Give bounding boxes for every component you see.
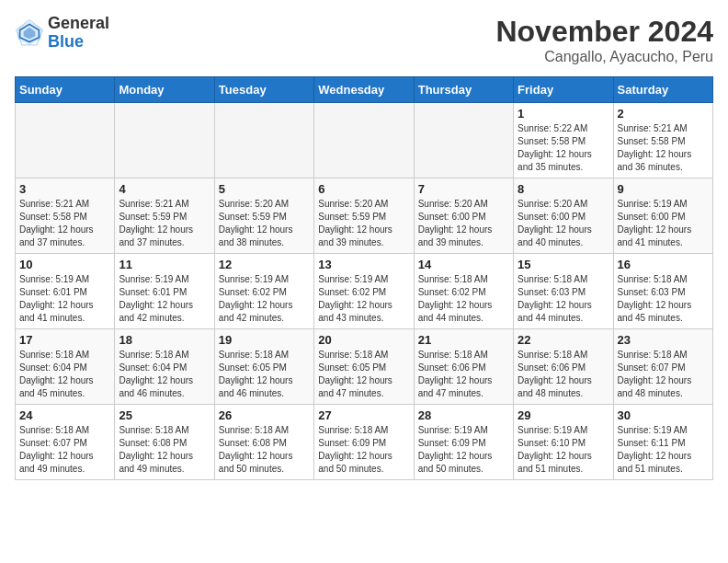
day-number: 21 [418, 333, 509, 347]
calendar-week-1: 1Sunrise: 5:22 AM Sunset: 5:58 PM Daylig… [16, 103, 713, 178]
day-info: Sunrise: 5:19 AM Sunset: 6:02 PM Dayligh… [318, 273, 409, 325]
calendar-week-4: 17Sunrise: 5:18 AM Sunset: 6:04 PM Dayli… [16, 329, 713, 405]
day-info: Sunrise: 5:18 AM Sunset: 6:08 PM Dayligh… [119, 424, 210, 476]
calendar-cell: 16Sunrise: 5:18 AM Sunset: 6:03 PM Dayli… [613, 254, 712, 329]
day-number: 23 [618, 333, 709, 347]
calendar-cell: 17Sunrise: 5:18 AM Sunset: 6:04 PM Dayli… [16, 329, 115, 405]
calendar-cell: 5Sunrise: 5:20 AM Sunset: 5:59 PM Daylig… [214, 178, 313, 254]
calendar-cell: 24Sunrise: 5:18 AM Sunset: 6:07 PM Dayli… [16, 405, 115, 480]
day-info: Sunrise: 5:18 AM Sunset: 6:04 PM Dayligh… [19, 349, 110, 400]
weekday-header-thursday: Thursday [414, 77, 513, 103]
day-number: 12 [219, 258, 310, 271]
calendar-cell: 8Sunrise: 5:20 AM Sunset: 6:00 PM Daylig… [514, 178, 613, 254]
weekday-header-monday: Monday [115, 77, 214, 103]
calendar-cell: 10Sunrise: 5:19 AM Sunset: 6:01 PM Dayli… [16, 254, 115, 329]
calendar-cell: 25Sunrise: 5:18 AM Sunset: 6:08 PM Dayli… [115, 405, 214, 480]
weekday-header-tuesday: Tuesday [214, 77, 313, 103]
day-info: Sunrise: 5:19 AM Sunset: 6:01 PM Dayligh… [19, 273, 110, 325]
calendar-cell: 27Sunrise: 5:18 AM Sunset: 6:09 PM Dayli… [314, 405, 414, 480]
day-number: 20 [318, 333, 409, 347]
day-info: Sunrise: 5:18 AM Sunset: 6:05 PM Dayligh… [318, 349, 409, 400]
title-block: November 2024 Cangallo, Ayacucho, Peru [495, 15, 713, 65]
calendar-cell: 19Sunrise: 5:18 AM Sunset: 6:05 PM Dayli… [214, 329, 313, 405]
calendar-cell: 20Sunrise: 5:18 AM Sunset: 6:05 PM Dayli… [314, 329, 414, 405]
day-info: Sunrise: 5:19 AM Sunset: 6:00 PM Dayligh… [618, 198, 709, 249]
day-info: Sunrise: 5:18 AM Sunset: 6:06 PM Dayligh… [518, 349, 609, 400]
day-info: Sunrise: 5:19 AM Sunset: 6:10 PM Dayligh… [518, 424, 609, 476]
day-info: Sunrise: 5:21 AM Sunset: 5:58 PM Dayligh… [19, 198, 110, 249]
day-number: 5 [219, 182, 310, 196]
calendar-table: SundayMondayTuesdayWednesdayThursdayFrid… [15, 76, 713, 480]
calendar-cell: 1Sunrise: 5:22 AM Sunset: 5:58 PM Daylig… [514, 103, 613, 178]
day-info: Sunrise: 5:18 AM Sunset: 6:06 PM Dayligh… [418, 349, 509, 400]
day-number: 30 [618, 408, 709, 422]
calendar-cell: 4Sunrise: 5:21 AM Sunset: 5:59 PM Daylig… [115, 178, 214, 254]
day-number: 16 [618, 258, 709, 271]
weekday-header-row: SundayMondayTuesdayWednesdayThursdayFrid… [16, 77, 713, 103]
day-info: Sunrise: 5:20 AM Sunset: 6:00 PM Dayligh… [418, 198, 509, 249]
day-number: 9 [618, 182, 709, 196]
day-info: Sunrise: 5:21 AM Sunset: 5:59 PM Dayligh… [119, 198, 210, 249]
day-info: Sunrise: 5:20 AM Sunset: 5:59 PM Dayligh… [318, 198, 409, 249]
day-info: Sunrise: 5:20 AM Sunset: 6:00 PM Dayligh… [518, 198, 609, 249]
calendar-week-5: 24Sunrise: 5:18 AM Sunset: 6:07 PM Dayli… [16, 405, 713, 480]
day-number: 14 [418, 258, 509, 271]
day-number: 2 [618, 107, 709, 121]
day-number: 7 [418, 182, 509, 196]
calendar-subtitle: Cangallo, Ayacucho, Peru [495, 49, 713, 65]
day-info: Sunrise: 5:19 AM Sunset: 6:09 PM Dayligh… [418, 424, 509, 476]
calendar-cell: 7Sunrise: 5:20 AM Sunset: 6:00 PM Daylig… [414, 178, 513, 254]
day-info: Sunrise: 5:18 AM Sunset: 6:03 PM Dayligh… [518, 273, 609, 325]
calendar-body: 1Sunrise: 5:22 AM Sunset: 5:58 PM Daylig… [16, 103, 713, 480]
day-info: Sunrise: 5:18 AM Sunset: 6:09 PM Dayligh… [318, 424, 409, 476]
day-info: Sunrise: 5:19 AM Sunset: 6:01 PM Dayligh… [119, 273, 210, 325]
day-info: Sunrise: 5:18 AM Sunset: 6:07 PM Dayligh… [19, 424, 110, 476]
calendar-cell: 13Sunrise: 5:19 AM Sunset: 6:02 PM Dayli… [314, 254, 414, 329]
day-number: 24 [19, 408, 110, 422]
calendar-cell: 2Sunrise: 5:21 AM Sunset: 5:58 PM Daylig… [613, 103, 712, 178]
day-number: 10 [19, 258, 110, 271]
day-number: 4 [119, 182, 210, 196]
day-info: Sunrise: 5:19 AM Sunset: 6:02 PM Dayligh… [219, 273, 310, 325]
day-number: 15 [518, 258, 609, 271]
weekday-header-wednesday: Wednesday [314, 77, 414, 103]
calendar-cell: 3Sunrise: 5:21 AM Sunset: 5:58 PM Daylig… [16, 178, 115, 254]
calendar-cell: 22Sunrise: 5:18 AM Sunset: 6:06 PM Dayli… [514, 329, 613, 405]
logo-icon [15, 18, 44, 48]
calendar-cell [414, 103, 513, 178]
day-number: 3 [19, 182, 110, 196]
calendar-cell: 26Sunrise: 5:18 AM Sunset: 6:08 PM Dayli… [214, 405, 313, 480]
calendar-week-3: 10Sunrise: 5:19 AM Sunset: 6:01 PM Dayli… [16, 254, 713, 329]
calendar-cell: 15Sunrise: 5:18 AM Sunset: 6:03 PM Dayli… [514, 254, 613, 329]
day-info: Sunrise: 5:18 AM Sunset: 6:02 PM Dayligh… [418, 273, 509, 325]
logo: General Blue [15, 15, 109, 52]
day-number: 26 [219, 408, 310, 422]
day-info: Sunrise: 5:18 AM Sunset: 6:04 PM Dayligh… [119, 349, 210, 400]
day-number: 27 [318, 408, 409, 422]
calendar-cell: 9Sunrise: 5:19 AM Sunset: 6:00 PM Daylig… [613, 178, 712, 254]
day-number: 19 [219, 333, 310, 347]
day-number: 17 [19, 333, 110, 347]
calendar-cell: 30Sunrise: 5:19 AM Sunset: 6:11 PM Dayli… [613, 405, 712, 480]
calendar-cell: 18Sunrise: 5:18 AM Sunset: 6:04 PM Dayli… [115, 329, 214, 405]
weekday-header-sunday: Sunday [16, 77, 115, 103]
logo-text: General Blue [48, 15, 109, 52]
weekday-header-saturday: Saturday [613, 77, 712, 103]
day-number: 8 [518, 182, 609, 196]
calendar-cell: 14Sunrise: 5:18 AM Sunset: 6:02 PM Dayli… [414, 254, 513, 329]
day-number: 13 [318, 258, 409, 271]
day-info: Sunrise: 5:18 AM Sunset: 6:03 PM Dayligh… [618, 273, 709, 325]
calendar-header: SundayMondayTuesdayWednesdayThursdayFrid… [16, 77, 713, 103]
calendar-title: November 2024 [495, 15, 713, 49]
calendar-cell [314, 103, 414, 178]
day-number: 11 [119, 258, 210, 271]
day-number: 1 [518, 107, 609, 121]
calendar-cell: 21Sunrise: 5:18 AM Sunset: 6:06 PM Dayli… [414, 329, 513, 405]
calendar-cell [214, 103, 313, 178]
weekday-header-friday: Friday [514, 77, 613, 103]
day-number: 18 [119, 333, 210, 347]
calendar-cell: 29Sunrise: 5:19 AM Sunset: 6:10 PM Dayli… [514, 405, 613, 480]
calendar-cell: 12Sunrise: 5:19 AM Sunset: 6:02 PM Dayli… [214, 254, 313, 329]
calendar-cell: 23Sunrise: 5:18 AM Sunset: 6:07 PM Dayli… [613, 329, 712, 405]
day-info: Sunrise: 5:18 AM Sunset: 6:08 PM Dayligh… [219, 424, 310, 476]
